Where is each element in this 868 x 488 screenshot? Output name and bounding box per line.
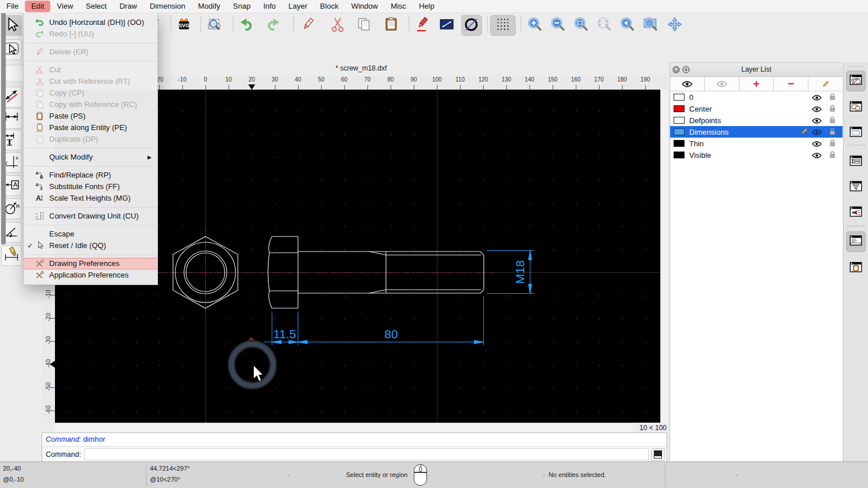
- layer-lock-icon[interactable]: [829, 93, 836, 102]
- menu-block[interactable]: Block: [314, 1, 345, 12]
- property-editor-panel-button[interactable]: [846, 151, 866, 172]
- menu-item-undo-horizontal-dh-oo[interactable]: Undo [Horizontal (DH)] (OO): [24, 17, 157, 28]
- menu-item-substitute-fonts-ff[interactable]: AASubstitute Fonts (FF): [24, 181, 157, 193]
- clipboard-panel-panel-icon: [848, 260, 863, 277]
- svg-badge-button[interactable]: SVG: [174, 15, 194, 36]
- delete-entity-button[interactable]: [297, 15, 318, 36]
- menu-draw[interactable]: Draw: [113, 1, 143, 12]
- menu-item-escape[interactable]: Escape: [24, 228, 157, 240]
- zoom-auto-button[interactable]: [571, 15, 591, 36]
- zoom-window-button[interactable]: [640, 15, 661, 36]
- command-line-panel-button[interactable]: [846, 231, 866, 252]
- ruler-tick: [506, 85, 507, 90]
- menu-item-copy-with-reference-rc[interactable]: +Copy with Reference (RC): [24, 99, 157, 110]
- menu-item-drawing-preferences[interactable]: Drawing Preferences: [24, 258, 157, 269]
- pan-button[interactable]: [664, 15, 685, 36]
- close-icon[interactable]: ✕: [672, 66, 680, 73]
- menu-view[interactable]: View: [50, 1, 79, 12]
- menu-misc[interactable]: Misc: [384, 1, 413, 12]
- layer-visibility-icon[interactable]: [812, 140, 822, 149]
- layer-lock-icon[interactable]: [829, 105, 836, 114]
- zoom-selection-button[interactable]: [594, 15, 615, 36]
- menu-item-cut[interactable]: Cut: [24, 64, 157, 76]
- edit-layer-button[interactable]: [808, 77, 843, 91]
- layer-lock-icon[interactable]: [829, 139, 836, 149]
- cut-button[interactable]: [328, 15, 348, 36]
- float-panel-icon[interactable]: [682, 66, 690, 73]
- ruler-label: -60: [45, 398, 52, 422]
- menu-dimension[interactable]: Dimension: [144, 1, 192, 12]
- redo-button[interactable]: [263, 15, 284, 36]
- layer-lock-icon[interactable]: [829, 116, 836, 125]
- vertical-scrollbar[interactable]: [660, 90, 668, 423]
- menu-item-paste-ps[interactable]: Paste (PS): [24, 110, 157, 122]
- zoom-in-button[interactable]: [524, 15, 545, 36]
- menu-item-cut-with-reference-rt[interactable]: +Cut with Reference (RT): [24, 76, 157, 87]
- vertical-scrollbar-thumb[interactable]: [1, 2, 6, 245]
- layer-list-panel-button[interactable]: [846, 71, 866, 91]
- menu-item-quick-modify[interactable]: Quick Modify▶: [24, 151, 157, 163]
- remove-layer-button[interactable]: −: [774, 77, 808, 91]
- menu-item-redo-uu[interactable]: Redo [-] (UU): [24, 28, 157, 40]
- grid-toggle-button[interactable]: [490, 15, 516, 36]
- menu-item-paste-along-entity-pe[interactable]: Paste along Entity (PE): [24, 122, 157, 134]
- zoom-previous-button[interactable]: [617, 15, 638, 36]
- command-input[interactable]: [84, 448, 649, 460]
- print-preview-button[interactable]: [204, 15, 225, 36]
- menu-item-label: Paste (PS): [49, 110, 157, 122]
- add-layer-button[interactable]: +: [740, 77, 774, 91]
- library-browser-panel-button[interactable]: [846, 123, 866, 143]
- svg-text:A: A: [13, 181, 18, 188]
- undo-button[interactable]: [236, 15, 257, 36]
- command-window-toggle-button[interactable]: [651, 448, 665, 461]
- menu-layer[interactable]: Layer: [282, 1, 314, 12]
- copy-button[interactable]: [354, 15, 374, 36]
- menu-item-duplicate-dp[interactable]: Duplicate (DP): [24, 134, 157, 145]
- layer-visibility-icon[interactable]: [812, 94, 822, 102]
- menu-file[interactable]: File: [0, 1, 25, 12]
- property-pencil-button[interactable]: [412, 15, 433, 36]
- layer-row-center[interactable]: Center: [670, 103, 843, 114]
- ruler-label: 130: [495, 76, 518, 83]
- menu-item-application-preferences[interactable]: Application Preferences: [24, 269, 157, 281]
- show-all-layers-button[interactable]: [670, 77, 705, 91]
- menu-edit[interactable]: Edit: [25, 1, 50, 12]
- paste-button[interactable]: [381, 15, 402, 36]
- menu-snap[interactable]: Snap: [227, 1, 257, 12]
- layer-lock-icon[interactable]: [829, 128, 836, 137]
- layer-lock-icon[interactable]: [829, 151, 836, 160]
- clipboard-panel-panel-button[interactable]: [846, 258, 866, 279]
- layer-row-visible[interactable]: Visible: [670, 149, 843, 161]
- layer-visibility-icon[interactable]: [812, 105, 822, 114]
- layer-row-dimensions[interactable]: Dimensions: [670, 126, 843, 138]
- horizontal-scrollbar[interactable]: [55, 423, 632, 433]
- ruler-tick: [182, 85, 183, 90]
- layer-row-0[interactable]: 0: [670, 91, 843, 103]
- circle-shape-button[interactable]: [461, 15, 482, 36]
- edit-layer-icon[interactable]: [800, 128, 808, 137]
- menu-item-find-replace-rp[interactable]: ABFind/Replace (RP): [24, 169, 157, 181]
- dim-style-button[interactable]: [1, 245, 22, 266]
- layer-row-defpoints[interactable]: Defpoints: [670, 114, 843, 126]
- command-trigger-panel-button[interactable]: [846, 202, 866, 223]
- menu-help[interactable]: Help: [413, 1, 441, 12]
- zoom-in-icon: [527, 16, 543, 35]
- block-list-panel-button[interactable]: [846, 97, 866, 118]
- selection-filter-panel-button[interactable]: [846, 177, 866, 198]
- layer-visibility-icon[interactable]: [812, 117, 822, 125]
- hide-all-layers-button[interactable]: [705, 77, 740, 91]
- layer-visibility-icon[interactable]: [812, 151, 822, 160]
- menu-item-delete-er[interactable]: Delete (ER): [24, 46, 157, 58]
- menu-info[interactable]: Info: [257, 1, 282, 12]
- line-shape-button[interactable]: [436, 15, 457, 36]
- zoom-out-button[interactable]: [547, 15, 568, 36]
- layer-row-thin[interactable]: Thin: [670, 138, 843, 149]
- menu-item-convert-drawing-unit-cu[interactable]: inmmmConvert Drawing Unit (CU): [24, 210, 157, 222]
- menu-item-reset-idle-qq[interactable]: ✓Reset / Idle (QQ): [24, 240, 157, 252]
- layer-visibility-icon[interactable]: [812, 128, 822, 137]
- menu-window[interactable]: Window: [345, 1, 384, 12]
- menu-item-scale-text-heights-mg[interactable]: AScale Text Heights (MG): [24, 193, 157, 204]
- menu-modify[interactable]: Modify: [192, 1, 226, 12]
- menu-item-copy-cp[interactable]: Copy (CP): [24, 87, 157, 99]
- menu-select[interactable]: Select: [79, 1, 113, 12]
